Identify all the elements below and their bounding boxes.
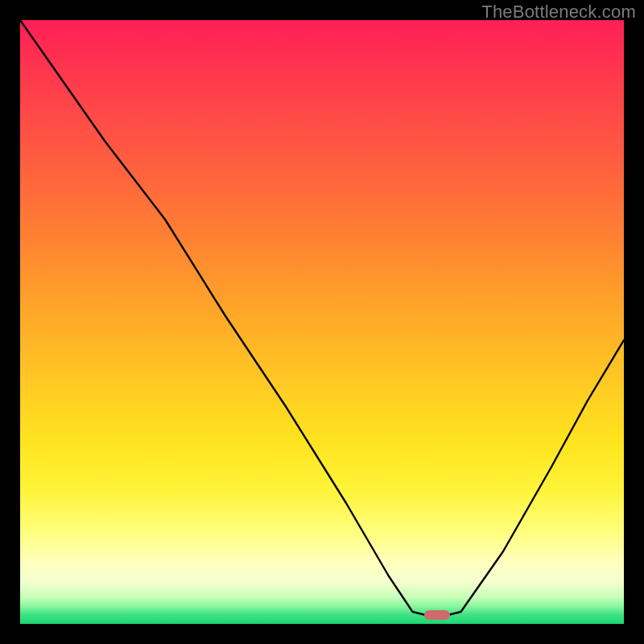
selection-marker — [424, 610, 450, 620]
bottleneck-curve — [20, 20, 624, 624]
plot-area — [20, 20, 624, 624]
chart-stage: TheBottleneck.com — [0, 0, 644, 644]
